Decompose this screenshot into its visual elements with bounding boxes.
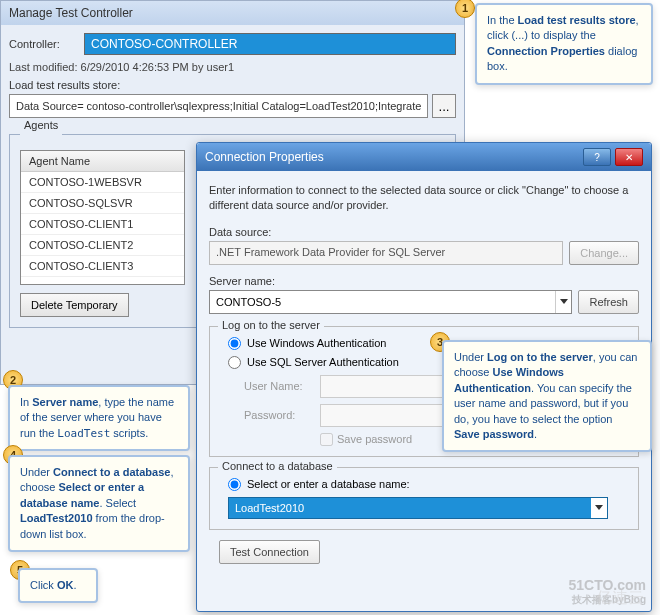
chevron-down-icon[interactable]	[591, 498, 607, 518]
controller-label: Controller:	[9, 38, 84, 50]
close-button[interactable]: ✕	[615, 148, 643, 166]
agent-header[interactable]: Agent Name	[21, 151, 184, 172]
password-label: Password:	[244, 409, 314, 421]
username-label: User Name:	[244, 380, 314, 392]
list-item[interactable]: CONTOSO-CLIENT1	[21, 214, 184, 235]
select-db-radio[interactable]	[228, 478, 241, 491]
save-password-label: Save password	[337, 433, 412, 445]
connect-db-group: Connect to a database Select or enter a …	[209, 467, 639, 530]
callout-5: Click OK.	[18, 568, 98, 603]
list-item[interactable]: CONTOSO-SQLSVR	[21, 193, 184, 214]
db-title: Connect to a database	[218, 460, 337, 472]
conn-titlebar: Connection Properties ? ✕	[197, 143, 651, 171]
callout-1: In the Load test results store, click (.…	[475, 3, 653, 85]
ellipsis-button[interactable]: ...	[432, 94, 456, 118]
callout-number-1: 1	[455, 0, 475, 18]
watermark-yi: 亿速云	[596, 588, 644, 609]
change-button[interactable]: Change...	[569, 241, 639, 265]
database-value: LoadTest2010	[229, 498, 591, 518]
server-name-combo[interactable]	[209, 290, 572, 314]
windows-auth-label: Use Windows Authentication	[247, 337, 386, 349]
list-item[interactable]: CONTOSO-1WEBSVR	[21, 172, 184, 193]
test-connection-button[interactable]: Test Connection	[219, 540, 320, 564]
last-modified-text: Last modified: 6/29/2010 4:26:53 PM by u…	[9, 61, 456, 73]
list-item[interactable]: CONTOSO-CLIENT3	[21, 256, 184, 277]
agents-legend: Agents	[20, 119, 62, 131]
data-source-label: Data source:	[209, 226, 639, 238]
refresh-button[interactable]: Refresh	[578, 290, 639, 314]
save-password-check	[320, 433, 333, 446]
callout-2: In Server name, type the name of the ser…	[8, 385, 190, 451]
callout-4: Under Connect to a database, choose Sele…	[8, 455, 190, 552]
logon-title: Log on to the server	[218, 319, 324, 331]
conn-title: Connection Properties	[205, 150, 324, 164]
chevron-down-icon[interactable]	[555, 291, 571, 313]
list-item[interactable]: CONTOSO-CLIENT2	[21, 235, 184, 256]
delete-temporary-button[interactable]: Delete Temporary	[20, 293, 129, 317]
controller-input[interactable]	[84, 33, 456, 55]
help-button[interactable]: ?	[583, 148, 611, 166]
store-input[interactable]	[9, 94, 428, 118]
server-name-input[interactable]	[210, 291, 555, 313]
sql-auth-radio[interactable]	[228, 356, 241, 369]
windows-auth-radio[interactable]	[228, 337, 241, 350]
callout-3: Under Log on to the server, you can choo…	[442, 340, 652, 452]
main-title: Manage Test Controller	[1, 1, 464, 25]
agent-list[interactable]: Agent Name CONTOSO-1WEBSVR CONTOSO-SQLSV…	[20, 150, 185, 285]
server-name-label: Server name:	[209, 275, 639, 287]
conn-intro: Enter information to connect to the sele…	[209, 183, 639, 214]
sql-auth-label: Use SQL Server Authentication	[247, 356, 399, 368]
store-label: Load test results store:	[9, 79, 456, 91]
select-db-label: Select or enter a database name:	[247, 478, 410, 490]
data-source-value: .NET Framework Data Provider for SQL Ser…	[209, 241, 563, 265]
database-combo[interactable]: LoadTest2010	[228, 497, 608, 519]
